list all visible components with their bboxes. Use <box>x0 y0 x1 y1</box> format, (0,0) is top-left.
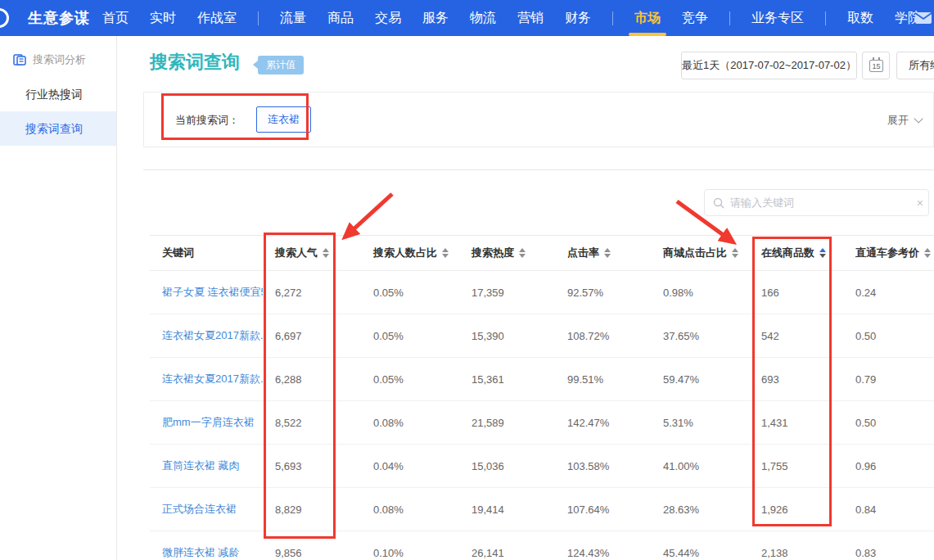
cell: 0.50 <box>843 417 934 429</box>
nav-item-home[interactable]: 首页 <box>92 0 139 36</box>
nav-divider <box>729 11 730 25</box>
main-content: 搜索词查询 累计值 最近1天（2017-07-02~2017-07-02） 15… <box>117 36 934 560</box>
nav-item-finance[interactable]: 财务 <box>554 0 602 36</box>
expand-button[interactable]: 展开 <box>887 113 920 128</box>
sort-icon[interactable] <box>604 248 611 258</box>
sidebar-item-search-term-query[interactable]: 搜索词查询 <box>0 111 116 146</box>
header-ztc-reference-price[interactable]: 直通车参考价 <box>843 246 934 260</box>
cell: 1,755 <box>749 460 843 472</box>
table-header-row: 关键词 搜索人气 搜索人数占比 搜索热度 点击率 商城点击占比 在线商品数 直通… <box>150 235 934 271</box>
header-keyword: 关键词 <box>150 246 263 260</box>
cell: 124.43% <box>555 547 651 559</box>
brand-logo-icon <box>0 8 9 28</box>
nav-item-traffic[interactable]: 流量 <box>269 0 317 36</box>
header-searcher-share[interactable]: 搜索人数占比 <box>361 246 459 260</box>
screen: 生意参谋 首页 实时 作战室 流量 商品 交易 服务 物流 营销 财务 市场 竞… <box>0 0 934 560</box>
nav-item-marketing[interactable]: 营销 <box>507 0 554 36</box>
cell: 0.05% <box>361 287 459 299</box>
clear-icon[interactable]: × <box>917 196 923 210</box>
sort-icon[interactable] <box>442 248 449 258</box>
header-search-popularity[interactable]: 搜索人气 <box>263 246 361 260</box>
cell: 37.65% <box>651 330 749 342</box>
header-label: 搜索热度 <box>472 246 514 260</box>
nav-item-data-extract[interactable]: 取数 <box>837 0 884 36</box>
cell: 15,390 <box>459 330 555 342</box>
sidebar: 搜索词分析 行业热搜词 搜索词查询 <box>0 36 117 560</box>
cell: 1,926 <box>749 504 843 516</box>
header-search-heat[interactable]: 搜索热度 <box>459 246 555 260</box>
cell: 2,138 <box>749 547 843 559</box>
terminal-selector[interactable]: 所有终端 <box>896 52 934 79</box>
table-row: 微胖连衣裙 减龄9,8560.10%26,141124.43%45.44%2,1… <box>150 531 934 560</box>
cell: 0.84 <box>843 504 934 516</box>
cell: 6,288 <box>263 373 361 386</box>
cell: 693 <box>749 373 843 386</box>
cell: 45.44% <box>651 547 749 559</box>
cell: 0.05% <box>361 330 459 342</box>
nav-item-business-zone[interactable]: 业务专区 <box>741 0 814 36</box>
page-title: 搜索词查询 <box>150 50 240 75</box>
sort-icon[interactable] <box>323 248 329 258</box>
nav-item-product[interactable]: 商品 <box>317 0 364 36</box>
sort-icon[interactable] <box>519 248 526 258</box>
nav-item-market[interactable]: 市场 <box>624 0 671 36</box>
nav-item-realtime[interactable]: 实时 <box>139 0 187 36</box>
sort-icon[interactable] <box>819 248 826 258</box>
cell: 5.31% <box>651 417 749 429</box>
cell: 1,431 <box>749 417 843 429</box>
nav-item-logistics[interactable]: 物流 <box>459 0 507 36</box>
cell: 0.96 <box>843 460 934 472</box>
header-mall-click-share[interactable]: 商城点击占比 <box>651 246 749 260</box>
cell: 99.51% <box>555 373 651 386</box>
keyword-link[interactable]: 裙子女夏 连衣裙便宜5... <box>150 285 263 300</box>
cell: 0.10% <box>361 547 459 559</box>
sidebar-item-industry-hot-words[interactable]: 行业热搜词 <box>0 77 116 111</box>
keyword-search-box: × <box>704 189 929 216</box>
nav-divider <box>825 11 826 25</box>
keyword-link[interactable]: 直筒连衣裙 藏肉 <box>150 458 263 473</box>
cell: 5,693 <box>263 460 361 472</box>
nav-item-war-room[interactable]: 作战室 <box>187 0 247 36</box>
brand-name: 生意参谋 <box>28 8 90 28</box>
section-divider <box>143 169 934 170</box>
cell: 26,141 <box>459 547 555 559</box>
cell: 8,522 <box>263 417 361 429</box>
nav-divider <box>612 11 613 25</box>
cell: 0.98% <box>651 287 749 299</box>
cell: 103.58% <box>555 460 651 472</box>
header-label: 搜索人气 <box>275 246 318 260</box>
cell: 19,414 <box>459 504 555 516</box>
nav-item-service[interactable]: 服务 <box>412 0 459 36</box>
sort-icon[interactable] <box>732 248 738 258</box>
header-label: 商城点击占比 <box>663 246 727 260</box>
keyword-link[interactable]: 肥mm一字肩连衣裙 <box>150 415 263 430</box>
nav-item-competition[interactable]: 竞争 <box>671 0 719 36</box>
calendar-button[interactable]: 15 <box>862 52 890 79</box>
keyword-link[interactable]: 连衣裙女夏2017新款... <box>150 372 263 386</box>
keyword-link[interactable]: 微胖连衣裙 减龄 <box>150 545 263 560</box>
mail-icon[interactable] <box>914 11 932 25</box>
cell: 0.08% <box>361 504 459 516</box>
header-label: 在线商品数 <box>761 246 814 260</box>
table-row: 直筒连衣裙 藏肉5,6930.04%15,036103.58%41.00%1,7… <box>150 445 934 488</box>
header-online-products[interactable]: 在线商品数 <box>749 246 843 260</box>
search-analysis-icon <box>13 54 26 65</box>
cell: 92.57% <box>555 287 651 299</box>
keyword-search-input[interactable] <box>730 196 917 209</box>
cell: 28.63% <box>651 504 749 516</box>
cell: 21,589 <box>459 417 555 429</box>
brand[interactable]: 生意参谋 <box>0 0 92 36</box>
nav-item-trade[interactable]: 交易 <box>364 0 412 36</box>
date-range-selector[interactable]: 最近1天（2017-07-02~2017-07-02） <box>681 52 857 79</box>
current-search-term-label: 当前搜索词： <box>175 113 239 128</box>
header-click-rate[interactable]: 点击率 <box>555 246 651 260</box>
keyword-link[interactable]: 连衣裙女夏2017新款... <box>150 328 263 343</box>
cell: 0.50 <box>843 330 934 342</box>
sort-icon[interactable] <box>924 248 931 258</box>
keyword-link[interactable]: 正式场合连衣裙 <box>150 502 263 517</box>
cell: 41.00% <box>651 460 749 472</box>
current-keyword-tag[interactable]: 连衣裙 <box>256 106 311 133</box>
search-icon <box>713 197 724 209</box>
calendar-icon: 15 <box>869 60 883 72</box>
sidebar-section-label: 搜索词分析 <box>33 52 86 67</box>
